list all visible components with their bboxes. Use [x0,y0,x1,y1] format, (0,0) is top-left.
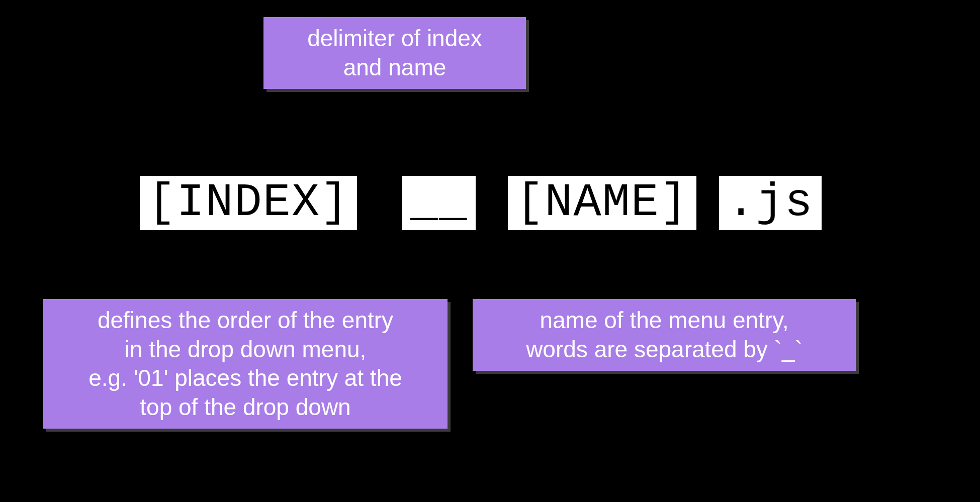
callout-delimiter-line2: and name [277,53,513,82]
callout-index-line1: defines the order of the entry [56,306,434,335]
callout-index-line2: in the drop down menu, [56,335,434,364]
callout-name-line2: words are separated by `_` [486,335,843,364]
token-delimiter: __ [402,176,476,230]
token-extension: .js [719,176,822,230]
diagram-stage: delimiter of index and name [INDEX] __ [… [0,0,980,502]
callout-name-line1: name of the menu entry, [486,306,843,335]
callout-index-line4: top of the drop down [56,393,434,422]
callout-index-line3: e.g. '01' places the entry at the [56,364,434,393]
callout-delimiter: delimiter of index and name [263,17,526,89]
token-index: [INDEX] [140,176,357,230]
token-name: [NAME] [508,176,696,230]
callout-name: name of the menu entry, words are separa… [473,299,856,371]
callout-delimiter-line1: delimiter of index [277,24,513,53]
callout-index: defines the order of the entry in the dr… [43,299,448,429]
